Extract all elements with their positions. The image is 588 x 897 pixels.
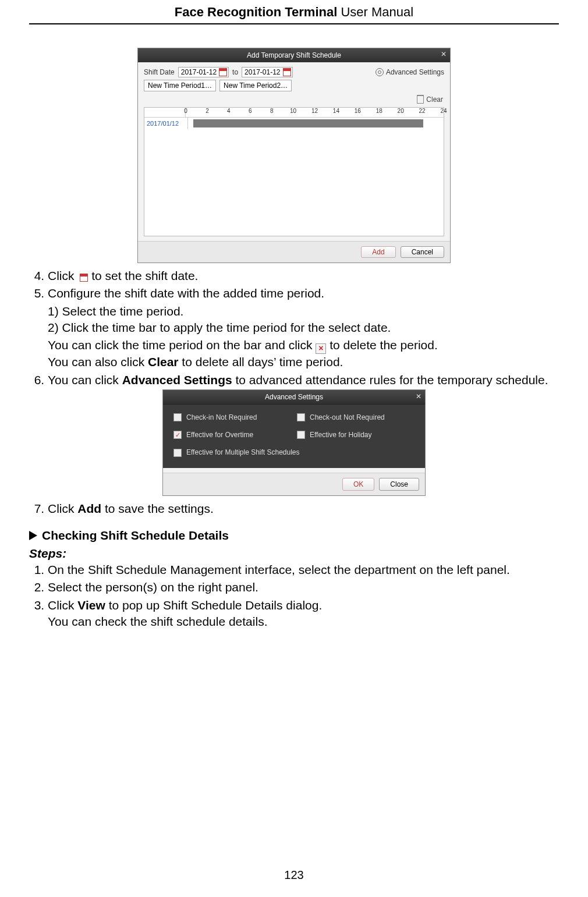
ok-button[interactable]: OK bbox=[342, 478, 374, 491]
option-row[interactable]: Effective for Multiple Shift Schedules bbox=[173, 448, 415, 457]
tick-label: 16 bbox=[355, 108, 361, 114]
shift-date-from[interactable]: 2017-01-12 bbox=[178, 67, 229, 77]
add-temp-shift-dialog: Add Temporary Shift Schedule ✕ Shift Dat… bbox=[137, 48, 451, 263]
header-title-bold: Face Recognition Terminal bbox=[175, 5, 338, 19]
close-icon[interactable]: ✕ bbox=[416, 392, 421, 401]
step-7: Click Add to save the settings. bbox=[48, 501, 559, 517]
step-5-note-2: You can also click Clear to delete all d… bbox=[48, 354, 559, 370]
dialog-title: Advanced Settings bbox=[265, 392, 323, 402]
steps-label: Steps: bbox=[29, 545, 559, 562]
option-label: Effective for Holiday bbox=[310, 430, 372, 439]
step-4: Click to set the shift date. bbox=[48, 268, 559, 284]
check-step-2: Select the person(s) on the right panel. bbox=[48, 579, 559, 595]
option-label: Check-out Not Required bbox=[310, 413, 385, 422]
step-5: Configure the shift date with the added … bbox=[48, 285, 559, 370]
gear-icon bbox=[376, 68, 384, 76]
advanced-settings-dialog: Advanced Settings ✕ Check-in Not Require… bbox=[162, 389, 426, 496]
tick-label: 12 bbox=[311, 108, 318, 114]
step-5-2: 2) Click the time bar to apply the time … bbox=[64, 320, 559, 336]
option-label: Effective for Overtime bbox=[186, 430, 253, 439]
header-title-rest: User Manual bbox=[337, 5, 413, 19]
option-row[interactable]: ✓Effective for Overtime bbox=[173, 430, 291, 439]
dialog-title: Add Temporary Shift Schedule bbox=[247, 51, 341, 59]
options-grid: Check-in Not RequiredCheck-out Not Requi… bbox=[163, 405, 425, 468]
arrow-icon bbox=[29, 531, 37, 540]
option-row[interactable]: Check-in Not Required bbox=[173, 413, 291, 422]
check-step-1: On the Shift Schedule Management interfa… bbox=[48, 562, 559, 578]
section-heading: Checking Shift Schedule Details bbox=[29, 527, 559, 544]
tick-label: 22 bbox=[419, 108, 426, 114]
step-5-1: 1) Select the time period. bbox=[64, 303, 559, 320]
advanced-settings-label: Advanced Settings bbox=[386, 68, 444, 76]
tick-label: 14 bbox=[333, 108, 339, 114]
dialog-titlebar: Add Temporary Shift Schedule ✕ bbox=[138, 48, 450, 62]
page-number: 123 bbox=[0, 868, 588, 882]
tick-label: 2 bbox=[206, 108, 209, 114]
step-6: You can click Advanced Settings to advan… bbox=[48, 372, 559, 388]
clear-button[interactable]: Clear bbox=[426, 95, 443, 104]
time-period-2-button[interactable]: New Time Period2… bbox=[219, 80, 292, 91]
shift-date-to[interactable]: 2017-01-12 bbox=[242, 67, 292, 77]
tick-label: 4 bbox=[227, 108, 231, 114]
tick-label: 18 bbox=[376, 108, 382, 114]
timeline-ticks: 024681012141618202224 bbox=[186, 108, 444, 117]
time-bar[interactable] bbox=[193, 119, 423, 127]
tick-label: 10 bbox=[290, 108, 296, 114]
checkbox[interactable] bbox=[173, 413, 182, 421]
step-5-note-1: You can click the time period on the bar… bbox=[48, 337, 559, 354]
shift-date-to-value: 2017-01-12 bbox=[245, 68, 280, 76]
checkbox[interactable] bbox=[173, 449, 182, 457]
dialog-titlebar: Advanced Settings ✕ bbox=[163, 390, 425, 405]
checkbox[interactable] bbox=[297, 431, 305, 439]
add-button[interactable]: Add bbox=[361, 246, 395, 258]
advanced-settings-link[interactable]: Advanced Settings bbox=[376, 68, 444, 76]
tick-label: 0 bbox=[184, 108, 187, 114]
trash-icon bbox=[417, 95, 424, 104]
calendar-icon bbox=[80, 274, 88, 282]
check-step-3: Click View to pop up Shift Schedule Deta… bbox=[48, 597, 559, 630]
check-step-3-note: You can check the shift schedule details… bbox=[48, 614, 559, 630]
cancel-button[interactable]: Cancel bbox=[401, 246, 444, 258]
page-header: Face Recognition Terminal User Manual bbox=[29, 0, 559, 24]
checkbox[interactable] bbox=[297, 413, 305, 421]
tick-label: 6 bbox=[249, 108, 252, 114]
calendar-icon[interactable] bbox=[283, 68, 291, 76]
time-period-1-button[interactable]: New Time Period1… bbox=[144, 80, 216, 91]
checkbox[interactable]: ✓ bbox=[173, 431, 182, 439]
tick-label: 24 bbox=[440, 108, 447, 114]
shift-date-from-value: 2017-01-12 bbox=[181, 68, 217, 76]
shift-date-label: Shift Date bbox=[144, 68, 175, 76]
option-row[interactable]: Check-out Not Required bbox=[297, 413, 415, 422]
delete-icon: × bbox=[316, 343, 326, 354]
tick-label: 20 bbox=[398, 108, 404, 114]
tick-label: 8 bbox=[270, 108, 274, 114]
option-label: Effective for Multiple Shift Schedules bbox=[186, 448, 300, 457]
timeline: 024681012141618202224 2017/01/12 bbox=[144, 107, 444, 236]
option-label: Check-in Not Required bbox=[186, 413, 257, 422]
timeline-row-date: 2017/01/12 bbox=[144, 118, 188, 129]
close-button[interactable]: Close bbox=[379, 478, 419, 491]
to-label: to bbox=[232, 68, 238, 76]
timeline-bar-cell[interactable] bbox=[188, 118, 444, 129]
close-icon[interactable]: ✕ bbox=[441, 50, 447, 58]
option-row[interactable]: Effective for Holiday bbox=[297, 430, 415, 439]
calendar-icon[interactable] bbox=[219, 68, 227, 76]
